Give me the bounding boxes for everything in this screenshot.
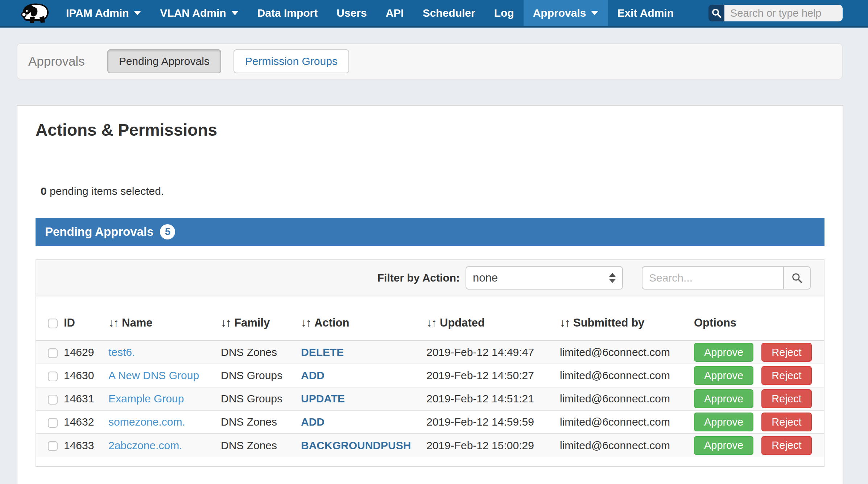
page-title: Approvals <box>28 54 85 69</box>
sort-icon: ↓↑ <box>221 316 231 329</box>
row-family: DNS Groups <box>221 387 301 410</box>
reject-button[interactable]: Reject <box>761 413 811 431</box>
row-action: BACKGROUNDPUSH <box>301 439 411 451</box>
approvals-table-body: 14629 test6. DNS Zones DELETE 2019-Feb-1… <box>36 341 824 457</box>
action-filter-value: none <box>473 271 498 284</box>
sort-icon: ↓↑ <box>560 316 570 329</box>
navbar-search-button[interactable] <box>708 5 724 21</box>
row-name-link[interactable]: somezone.com. <box>108 416 185 428</box>
approve-button[interactable]: Approve <box>694 436 753 455</box>
row-checkbox[interactable] <box>48 372 58 381</box>
tab-permission-groups[interactable]: Permission Groups <box>233 49 349 73</box>
table-search-button[interactable] <box>783 266 811 290</box>
navbar-item-label: API <box>386 7 404 19</box>
approve-button[interactable]: Approve <box>694 389 753 408</box>
approve-button[interactable]: Approve <box>694 413 753 431</box>
row-action: DELETE <box>301 346 344 358</box>
selected-items-status: 0 pending items selected. <box>41 185 824 197</box>
pending-approvals-section-header: Pending Approvals 5 <box>36 218 824 246</box>
panda-logo-icon <box>19 2 49 24</box>
row-name-link[interactable]: test6. <box>108 346 135 358</box>
row-updated: 2019-Feb-12 14:59:59 <box>426 410 560 434</box>
pending-count-badge: 5 <box>160 224 175 239</box>
tab-pending-approvals[interactable]: Pending Approvals <box>107 49 221 73</box>
table-row: 14630 A New DNS Group DNS Groups ADD 201… <box>36 364 824 387</box>
reject-button[interactable]: Reject <box>761 436 811 455</box>
approvals-page-header: Approvals Pending Approvals Permission G… <box>17 43 843 79</box>
column-header-id: ID <box>64 296 108 341</box>
sort-icon: ↓↑ <box>108 316 118 329</box>
navbar-item-label: Users <box>336 7 367 19</box>
navbar-item-label: Data Import <box>257 7 318 19</box>
help-search-input[interactable] <box>724 5 843 21</box>
select-stepper-icon <box>609 273 616 283</box>
column-header-submitted-by[interactable]: ↓↑Submitted by <box>560 296 694 341</box>
column-header-action[interactable]: ↓↑Action <box>301 296 426 341</box>
table-search-input[interactable] <box>642 266 784 290</box>
chevron-down-icon <box>231 11 239 15</box>
section-title: Pending Approvals <box>45 225 153 239</box>
sort-icon: ↓↑ <box>301 316 311 329</box>
row-id: 14629 <box>64 341 108 364</box>
column-header-updated[interactable]: ↓↑Updated <box>426 296 560 341</box>
navbar-item-vlan-admin[interactable]: VLAN Admin <box>150 0 248 26</box>
column-header-options: Options <box>694 296 824 341</box>
row-action: ADD <box>301 416 325 428</box>
navbar-item-ipam-admin[interactable]: IPAM Admin <box>57 0 150 26</box>
approve-button[interactable]: Approve <box>694 343 753 362</box>
reject-button[interactable]: Reject <box>761 366 811 385</box>
navbar-item-approvals[interactable]: Approvals <box>524 0 608 26</box>
chevron-down-icon <box>134 11 141 15</box>
reject-button[interactable]: Reject <box>761 389 811 408</box>
row-family: DNS Zones <box>221 434 301 457</box>
row-submitted-by: limited@6connect.com <box>560 410 694 434</box>
action-filter-select[interactable]: none <box>466 266 623 290</box>
search-icon <box>791 272 803 284</box>
table-row: 14631 Example Group DNS Groups UPDATE 20… <box>36 387 824 410</box>
row-checkbox[interactable] <box>48 395 58 405</box>
row-updated: 2019-Feb-12 15:00:29 <box>426 434 560 457</box>
table-row: 14632 somezone.com. DNS Zones ADD 2019-F… <box>36 410 824 434</box>
chevron-down-icon <box>591 11 598 15</box>
actions-permissions-panel: Actions & Permissions 0 pending items se… <box>17 105 843 484</box>
row-checkbox[interactable] <box>48 418 58 428</box>
row-checkbox[interactable] <box>48 348 58 358</box>
table-toolbar: Filter by Action: none <box>36 260 824 296</box>
row-name-link[interactable]: Example Group <box>108 393 184 405</box>
selected-text: pending items selected. <box>47 185 164 197</box>
row-updated: 2019-Feb-12 14:49:47 <box>426 341 560 364</box>
row-id: 14630 <box>64 364 108 387</box>
column-header-name[interactable]: ↓↑Name <box>108 296 221 341</box>
search-icon <box>711 8 722 19</box>
row-name-link[interactable]: 2abczone.com. <box>108 439 182 451</box>
navbar-items: IPAM Admin VLAN Admin Data Import Users … <box>57 0 683 26</box>
navbar-item-users[interactable]: Users <box>327 0 376 26</box>
row-updated: 2019-Feb-12 14:50:27 <box>426 364 560 387</box>
column-header-family[interactable]: ↓↑Family <box>221 296 301 341</box>
approve-button[interactable]: Approve <box>694 366 753 385</box>
header-tabs: Pending Approvals Permission Groups <box>107 49 349 73</box>
selected-count: 0 <box>41 185 47 197</box>
navbar-item-label: Log <box>494 7 514 19</box>
navbar-search <box>708 5 843 21</box>
reject-button[interactable]: Reject <box>761 343 811 362</box>
row-checkbox[interactable] <box>48 441 58 451</box>
row-submitted-by: limited@6connect.com <box>560 364 694 387</box>
navbar-item-label: VLAN Admin <box>160 7 226 19</box>
row-action: UPDATE <box>301 393 345 405</box>
navbar-item-scheduler[interactable]: Scheduler <box>413 0 485 26</box>
row-name-link[interactable]: A New DNS Group <box>108 369 199 381</box>
navbar-item-data-import[interactable]: Data Import <box>248 0 327 26</box>
row-submitted-by: limited@6connect.com <box>560 387 694 410</box>
provision-logo[interactable] <box>19 0 49 26</box>
row-family: DNS Zones <box>221 341 301 364</box>
approvals-table-container: Filter by Action: none <box>36 259 824 467</box>
navbar-item-log[interactable]: Log <box>485 0 524 26</box>
navbar-item-label: Approvals <box>533 7 586 19</box>
row-id: 14632 <box>64 410 108 434</box>
navbar-item-label: IPAM Admin <box>66 7 129 19</box>
navbar-item-exit-admin[interactable]: Exit Admin <box>608 0 683 26</box>
select-all-checkbox[interactable] <box>48 319 58 328</box>
navbar-item-api[interactable]: API <box>376 0 413 26</box>
sort-icon: ↓↑ <box>426 316 436 329</box>
